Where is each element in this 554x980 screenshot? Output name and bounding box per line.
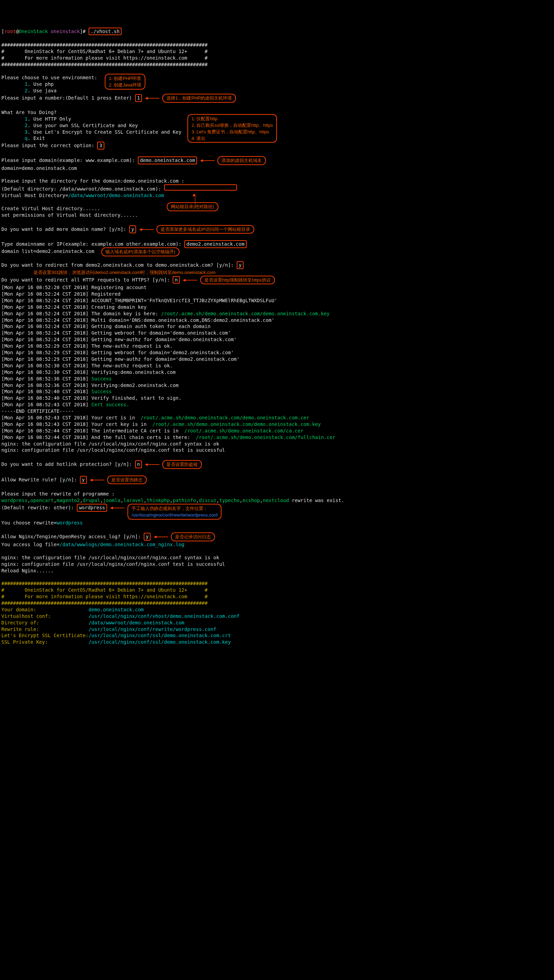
sum-val: /usr/local/nginx/conf/rewrite/wordpress.… xyxy=(89,627,217,632)
redir-ann: 是否设置301跳转，浏览器访问demo2.oneinstack.com时，强制跳… xyxy=(33,270,216,275)
ts: [Mon Apr 16 08:52:36 CST 2018] xyxy=(2,376,91,382)
ts: [Mon Apr 16 08:52:43 CST 2018] xyxy=(2,402,91,407)
doing-annotation: 1. 仅配置http2. 自己购买ssl替换，自动配置http、https3. … xyxy=(188,114,277,143)
hot-input[interactable]: n xyxy=(135,460,142,468)
ts: [Mon Apr 16 08:52:24 CST 2018] xyxy=(2,330,91,336)
path: /root/.acme.sh/demo.oneinstack.com/demo.… xyxy=(152,422,321,427)
more-prompt: Do you want to add more domain name? [y/… xyxy=(2,226,129,232)
nginx: nginx: the configuration file /usr/local… xyxy=(2,441,219,447)
more-input[interactable]: y xyxy=(129,225,136,233)
banner: # OneinStack for CentOS/Radhat 6+ Debian… xyxy=(2,587,207,593)
command-input[interactable]: ./vhost.sh xyxy=(89,27,122,35)
https-input[interactable]: n xyxy=(173,276,180,284)
alog-input[interactable]: y xyxy=(144,533,151,541)
sum-key: Let's Encrypt SSL Certificate: xyxy=(2,633,89,638)
more-ann: 是否添加更多域名或IP访问同一个网站根目录 xyxy=(156,225,254,234)
rw-opt: joomla xyxy=(103,498,121,503)
msg: Getting webroot for domain='demo2.oneins… xyxy=(91,350,234,355)
rw-programme-input[interactable]: wordpress xyxy=(77,504,107,512)
banner: # For more information please visit http… xyxy=(2,55,207,60)
rw-input[interactable]: y xyxy=(80,476,87,484)
ts: [Mon Apr 16 08:52:30 CST 2018] xyxy=(2,369,91,375)
ts: [Mon Apr 16 08:52:24 CST 2018] xyxy=(2,304,91,310)
dir-l1: Please input the directory for the domai… xyxy=(2,178,184,184)
ts: [Mon Apr 16 08:52:24 CST 2018] xyxy=(2,291,91,297)
o: . Use HTTP Only xyxy=(27,116,71,122)
ts: [Mon Apr 16 08:52:20 CST 2018] xyxy=(2,285,91,290)
opt: . Use java xyxy=(27,88,56,93)
c: , xyxy=(100,498,103,503)
ts: [Mon Apr 16 08:52:29 CST 2018] xyxy=(2,356,91,362)
rw-opt: magento2 xyxy=(56,498,80,503)
o: . Use Let's Encrypt to Create SSL Certif… xyxy=(27,129,181,135)
msg: Verifying:demo.oneinstack.com xyxy=(91,369,175,375)
msg: The new-authz request is ok. xyxy=(91,363,173,368)
rw-ann: 是否设置伪静态 xyxy=(107,476,147,485)
sum-key: Directory of: xyxy=(2,620,89,625)
env-input[interactable]: 1 xyxy=(135,94,142,102)
n: q xyxy=(24,135,27,141)
arrow-left-icon: ◀———— xyxy=(87,477,107,483)
domain2-input[interactable]: demo2.oneinstack.com xyxy=(184,240,247,248)
nginx: nginx: configuration file /usr/local/ngi… xyxy=(2,561,225,567)
doing-input[interactable]: 3 xyxy=(97,142,104,150)
terminal-output: [root@OneinStack oneinstack]# ./vhost.sh… xyxy=(2,27,554,646)
cwd: oneinstack xyxy=(51,29,80,34)
https-ann: 是否设置http强制跳转至https协议 xyxy=(200,276,275,285)
alog-prompt: Allow Nginx/Tengine/OpenResty access_log… xyxy=(2,534,144,539)
e: demo.oneinstack.com xyxy=(22,165,77,171)
ts: [Mon Apr 16 08:52:40 CST 2018] xyxy=(2,395,91,401)
c: , xyxy=(54,498,56,503)
o: . Exit xyxy=(27,135,45,141)
host: OneinStack xyxy=(19,29,48,34)
hot-ann: 是否设置防盗链 xyxy=(162,460,202,469)
hot-prompt: Do you want to add hotlink protection? [… xyxy=(2,461,135,467)
d2-echo: domain list=demo2.oneinstack.com xyxy=(2,248,94,254)
msg: Creating domain key xyxy=(91,304,146,310)
sum-key: Your domain: xyxy=(2,607,89,612)
path: /root/.acme.sh/demo.oneinstack.com/ca.ce… xyxy=(184,428,304,433)
opt-num: 1 xyxy=(24,81,27,87)
c: , xyxy=(144,498,146,503)
msg: The domain key is here: xyxy=(91,311,161,316)
dir-input[interactable] xyxy=(164,185,237,191)
rw-def: (Default rewrite: other): xyxy=(2,505,77,510)
domain-input[interactable]: demo.oneinstack.com xyxy=(138,156,197,164)
n: 1 xyxy=(24,116,27,122)
domain-ann: 添加的虚拟主机域名 xyxy=(217,156,266,165)
arrow-left-icon: ◀———— xyxy=(180,277,200,283)
msg: ACCOUNT_THUMBPRINT='FnTknQVE1rcfI3_TTJBz… xyxy=(91,298,277,303)
doing-prompt: Please input the correct option: xyxy=(2,143,97,148)
rw-opt: laravel xyxy=(123,498,144,503)
c: , xyxy=(239,498,242,503)
msg: Getting new-authz for domain='demo2.onei… xyxy=(91,356,239,362)
msg-ok: /root/.acme.sh/demo.oneinstack.com/demo.… xyxy=(161,311,330,316)
ts: [Mon Apr 16 08:52:43 CST 2018] xyxy=(2,415,91,420)
msg: Multi domain='DNS:demo.oneinstack.com,DN… xyxy=(91,317,274,323)
t xyxy=(2,129,24,135)
path: /root/.acme.sh/demo.oneinstack.com/demo.… xyxy=(141,415,309,420)
banner: # OneinStack for CentOS/Radhat 6+ Debian… xyxy=(2,49,207,54)
nginx: nginx: configuration file /usr/local/ngi… xyxy=(2,447,225,453)
redir-input[interactable]: y xyxy=(237,261,244,269)
ts: [Mon Apr 16 08:52:40 CST 2018] xyxy=(2,389,91,394)
rw-opt: nextcloud xyxy=(263,498,289,503)
c: , xyxy=(260,498,263,503)
c1: Create Virtul Host directory...... xyxy=(2,206,100,211)
msg: And the full chain certs is there: xyxy=(91,434,196,440)
dir-default-line: (Default directory: /data/wwwroot/demo.o… xyxy=(2,185,237,192)
dir-echo-val: /data/wwwroot/demo.oneinstack.com xyxy=(68,192,164,198)
ts: [Mon Apr 16 08:52:24 CST 2018] xyxy=(2,337,91,342)
ts: [Mon Apr 16 08:52:44 CST 2018] xyxy=(2,434,91,440)
rw-opt: opencart xyxy=(30,498,53,503)
n: 2 xyxy=(24,123,27,128)
user: root xyxy=(4,29,16,34)
d2-prompt: Type domainname or IP(example: example.c… xyxy=(2,241,184,247)
reload: Reload Nginx...... xyxy=(2,568,54,573)
n: 3 xyxy=(24,129,27,135)
msg: Verifying:demo2.oneinstack.com xyxy=(91,382,178,388)
dom2-ann: 输入域名或IP(添加多个以空格隔开) xyxy=(101,247,180,256)
rw-opt: wordpress xyxy=(2,498,27,503)
sum-val: /data/wwwroot/demo.oneinstack.com xyxy=(89,620,184,625)
bracket: ]# xyxy=(80,29,89,34)
